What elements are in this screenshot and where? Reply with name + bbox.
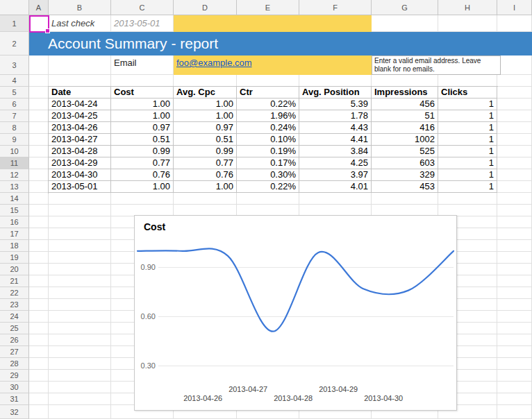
table-cell[interactable]: 1	[438, 169, 497, 181]
table-cell[interactable]: 1	[438, 122, 497, 134]
table-cell[interactable]: 0.51	[174, 134, 237, 146]
column-header-B[interactable]: B	[49, 0, 111, 15]
table-cell[interactable]: 2013-04-29	[49, 157, 111, 169]
table-cell[interactable]: 603	[372, 157, 438, 169]
table-cell[interactable]: 4.25	[299, 157, 372, 169]
table-cell[interactable]: 4.41	[299, 134, 372, 146]
row-header-10[interactable]: 10	[0, 146, 29, 157]
column-header-D[interactable]: D	[174, 0, 237, 15]
row-header-18[interactable]: 18	[0, 240, 29, 252]
table-cell[interactable]: 0.17%	[237, 157, 299, 169]
row-header-26[interactable]: 26	[0, 334, 29, 346]
row-header-23[interactable]: 23	[0, 299, 29, 311]
table-cell[interactable]: 2013-04-27	[49, 134, 111, 146]
table-cell[interactable]: 1.00	[111, 181, 174, 193]
row-header-24[interactable]: 24	[0, 311, 29, 323]
row-header-15[interactable]: 15	[0, 205, 29, 216]
row-header-22[interactable]: 22	[0, 287, 29, 299]
column-header-A[interactable]: A	[29, 0, 49, 15]
table-header-cell[interactable]: Ctr	[237, 87, 299, 99]
row-header-31[interactable]: 31	[0, 393, 29, 405]
table-cell[interactable]: 0.99	[174, 146, 237, 157]
table-cell[interactable]: 0.10%	[237, 134, 299, 146]
row-header-29[interactable]: 29	[0, 370, 29, 382]
cost-chart[interactable]: Cost 0.300.600.902013-04-262013-04-27201…	[134, 215, 457, 411]
table-cell[interactable]: 0.77	[174, 157, 237, 169]
cell-email-label[interactable]: Email	[111, 55, 174, 75]
row-header-3[interactable]: 3	[0, 55, 29, 75]
table-cell[interactable]: 0.99	[111, 146, 174, 157]
table-cell[interactable]: 5.39	[299, 99, 372, 110]
table-header-cell[interactable]: Impressions	[372, 87, 438, 99]
cell-last-check-label[interactable]: Last check	[49, 15, 111, 32]
row-header-30[interactable]: 30	[0, 382, 29, 393]
table-cell[interactable]: 0.22%	[237, 99, 299, 110]
table-cell[interactable]: 4.01	[299, 181, 372, 193]
row-header-17[interactable]: 17	[0, 228, 29, 240]
table-cell[interactable]: 0.97	[111, 122, 174, 134]
row-header-16[interactable]: 16	[0, 216, 29, 228]
row-header-14[interactable]: 14	[0, 193, 29, 205]
column-header-C[interactable]: C	[111, 0, 174, 15]
table-cell[interactable]: 1	[438, 110, 497, 122]
table-cell[interactable]: 329	[372, 169, 438, 181]
row-header-32[interactable]: 32	[0, 405, 29, 419]
table-cell[interactable]: 1.00	[111, 110, 174, 122]
table-cell[interactable]: 1.00	[174, 110, 237, 122]
row-header-25[interactable]: 25	[0, 323, 29, 334]
table-cell[interactable]: 2013-04-24	[49, 99, 111, 110]
table-header-cell[interactable]: Clicks	[438, 87, 497, 99]
row-header-12[interactable]: 12	[0, 169, 29, 181]
report-title-banner[interactable]: Account Summary - report	[29, 32, 532, 55]
row-header-11[interactable]: 11	[0, 157, 29, 169]
table-cell[interactable]: 453	[372, 181, 438, 193]
column-header-G[interactable]: G	[372, 0, 438, 15]
column-header-F[interactable]: F	[299, 0, 372, 15]
row-header-27[interactable]: 27	[0, 346, 29, 358]
row-header-6[interactable]: 6	[0, 99, 29, 110]
table-cell[interactable]: 456	[372, 99, 438, 110]
cell-email-value[interactable]: foo@example.com	[174, 55, 372, 75]
table-cell[interactable]: 0.24%	[237, 122, 299, 134]
table-cell[interactable]: 1	[438, 134, 497, 146]
row-header-9[interactable]: 9	[0, 134, 29, 146]
cell-last-check-value[interactable]: 2013-05-01	[111, 15, 174, 32]
select-all-corner[interactable]	[0, 0, 29, 15]
table-cell[interactable]: 1	[438, 181, 497, 193]
table-cell[interactable]: 0.19%	[237, 146, 299, 157]
row-header-13[interactable]: 13	[0, 181, 29, 193]
column-header-I[interactable]: I	[497, 0, 532, 15]
row-header-19[interactable]: 19	[0, 252, 29, 264]
selected-cell-a1[interactable]	[29, 15, 49, 33]
table-cell[interactable]: 4.43	[299, 122, 372, 134]
table-header-cell[interactable]: Avg. Cpc	[174, 87, 237, 99]
table-cell[interactable]: 1.78	[299, 110, 372, 122]
table-cell[interactable]: 0.76	[174, 169, 237, 181]
table-cell[interactable]: 3.84	[299, 146, 372, 157]
table-cell[interactable]: 0.30%	[237, 169, 299, 181]
row-header-20[interactable]: 20	[0, 264, 29, 275]
table-cell[interactable]: 0.97	[174, 122, 237, 134]
table-header-cell[interactable]: Cost	[111, 87, 174, 99]
table-cell[interactable]: 1.00	[111, 99, 174, 110]
table-cell[interactable]: 2013-04-28	[49, 146, 111, 157]
table-cell[interactable]: 1	[438, 99, 497, 110]
row-header-5[interactable]: 5	[0, 87, 29, 99]
table-cell[interactable]: 1.96%	[237, 110, 299, 122]
table-cell[interactable]: 1.00	[174, 99, 237, 110]
column-header-H[interactable]: H	[438, 0, 497, 15]
table-cell[interactable]: 2013-04-30	[49, 169, 111, 181]
table-cell[interactable]: 0.51	[111, 134, 174, 146]
table-cell[interactable]: 2013-04-26	[49, 122, 111, 134]
table-cell[interactable]: 1002	[372, 134, 438, 146]
table-cell[interactable]: 0.76	[111, 169, 174, 181]
table-cell[interactable]: 1	[438, 146, 497, 157]
row-header-4[interactable]: 4	[0, 75, 29, 87]
table-cell[interactable]: 0.77	[111, 157, 174, 169]
cell-highlight-d1[interactable]	[174, 15, 372, 32]
table-cell[interactable]: 3.97	[299, 169, 372, 181]
fill-handle[interactable]	[45, 28, 50, 33]
table-cell[interactable]: 416	[372, 122, 438, 134]
table-header-cell[interactable]: Avg. Position	[299, 87, 372, 99]
row-header-28[interactable]: 28	[0, 358, 29, 370]
